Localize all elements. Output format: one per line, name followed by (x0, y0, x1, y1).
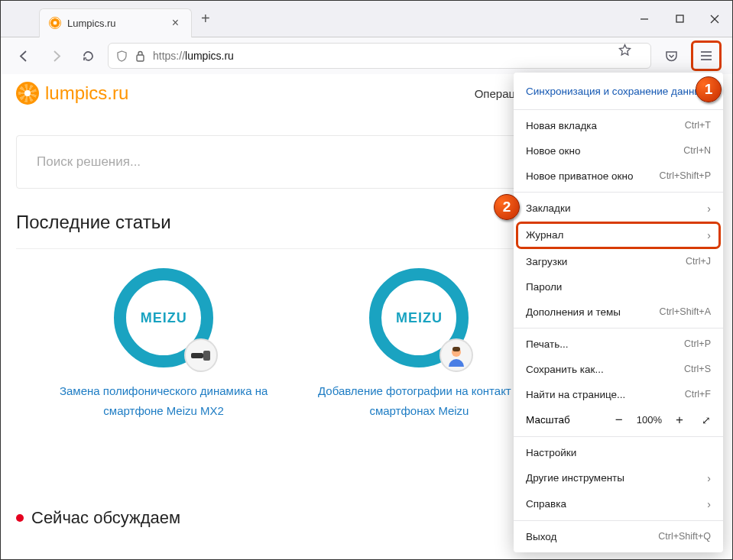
app-menu-panel: Синхронизация и сохранение данных Новая … (514, 73, 723, 552)
logo-icon (16, 82, 39, 105)
menu-sync-label: Синхронизация и сохранение данных (526, 85, 707, 99)
tab-favicon (49, 17, 61, 29)
menu-find[interactable]: Найти на странице... Ctrl+F (514, 382, 723, 407)
maximize-button[interactable] (662, 7, 697, 31)
forward-button (44, 44, 68, 68)
callout-2: 2 (494, 194, 520, 220)
menu-new-private[interactable]: Новое приватное окно Ctrl+Shift+P (514, 163, 723, 189)
menu-separator (514, 520, 723, 521)
discuss-text: Сейчас обсуждаем (31, 508, 180, 528)
svg-rect-11 (452, 347, 460, 351)
chevron-right-icon: › (707, 229, 711, 241)
pocket-icon (665, 50, 678, 63)
menu-print[interactable]: Печать... Ctrl+P (514, 332, 723, 357)
article-icon: MEIZU (114, 268, 213, 367)
maximize-icon (676, 15, 684, 23)
svg-rect-8 (191, 353, 203, 358)
titlebar: Lumpics.ru × + (1, 1, 732, 37)
menu-more-tools[interactable]: Другие инструменты › (514, 465, 723, 491)
shield-icon (116, 50, 128, 62)
forward-icon (50, 50, 63, 63)
svg-rect-4 (137, 55, 144, 61)
browser-tab[interactable]: Lumpics.ru × (39, 8, 192, 37)
menu-button-highlight (691, 40, 722, 71)
menu-history[interactable]: Журнал › (517, 222, 720, 248)
zoom-label: Масштаб (526, 414, 612, 426)
menu-separator (514, 109, 723, 110)
tab-close-icon[interactable]: × (169, 16, 182, 30)
svg-rect-1 (676, 15, 683, 22)
minimize-button[interactable] (627, 7, 662, 31)
article-card[interactable]: MEIZU Замена полифонического динамика на… (47, 268, 281, 479)
menu-downloads[interactable]: Загрузки Ctrl+J (514, 249, 723, 274)
logo-text: lumpics.ru (45, 83, 128, 104)
toolbar: https://lumpics.ru (1, 37, 732, 74)
close-icon (710, 15, 719, 24)
menu-exit[interactable]: Выход Ctrl+Shift+Q (514, 524, 723, 549)
article-title: Замена полифонического динамика на смарт… (47, 381, 281, 420)
article-title: Добавление фотографии на контакт в смарт… (302, 381, 536, 420)
article-card[interactable]: MEIZU Добавление фотографии на контакт в… (302, 268, 536, 479)
reload-icon (82, 50, 95, 63)
menu-bookmarks[interactable]: Закладки › (514, 196, 723, 222)
article-icon: MEIZU (369, 268, 469, 367)
menu-help[interactable]: Справка › (514, 491, 723, 517)
menu-separator (514, 328, 723, 329)
menu-passwords[interactable]: Пароли (514, 274, 723, 299)
minimize-icon (640, 15, 649, 24)
fullscreen-button[interactable]: ⤢ (702, 414, 711, 426)
site-logo[interactable]: lumpics.ru (16, 82, 128, 105)
menu-settings[interactable]: Настройки (514, 440, 723, 465)
chevron-right-icon: › (707, 202, 711, 215)
avatar-icon (439, 338, 473, 372)
menu-zoom: Масштаб − 100% + ⤢ (514, 407, 723, 433)
url-text: https://lumpics.ru (153, 50, 611, 62)
menu-new-window[interactable]: Новое окно Ctrl+N (514, 138, 723, 163)
menu-save-as[interactable]: Сохранить как... Ctrl+S (514, 357, 723, 382)
window-controls (627, 7, 732, 31)
new-tab-button[interactable]: + (192, 10, 219, 28)
lock-icon (135, 50, 145, 62)
back-button[interactable] (11, 44, 36, 68)
chevron-right-icon: › (707, 472, 711, 484)
tab-title: Lumpics.ru (67, 18, 163, 29)
zoom-in-button[interactable]: + (673, 413, 686, 428)
url-bar[interactable]: https://lumpics.ru (108, 43, 651, 69)
hamburger-icon (700, 50, 712, 61)
reload-button[interactable] (76, 44, 100, 68)
close-window-button[interactable] (697, 7, 732, 31)
svg-rect-9 (203, 351, 210, 361)
pocket-button[interactable] (659, 44, 683, 68)
menu-separator (514, 192, 723, 193)
zoom-out-button[interactable]: − (612, 413, 626, 428)
callout-1: 1 (696, 76, 722, 102)
chevron-right-icon: › (707, 498, 711, 510)
menu-sync[interactable]: Синхронизация и сохранение данных (514, 76, 723, 106)
zoom-value: 100% (637, 414, 662, 426)
menu-separator (514, 436, 723, 437)
speaker-icon (184, 338, 218, 372)
menu-addons[interactable]: Дополнения и темы Ctrl+Shift+A (514, 299, 723, 325)
star-icon[interactable] (618, 44, 643, 68)
bullet-icon (16, 514, 24, 522)
back-icon (18, 50, 31, 63)
hamburger-menu-button[interactable] (694, 44, 718, 68)
menu-new-tab[interactable]: Новая вкладка Ctrl+T (514, 113, 723, 138)
